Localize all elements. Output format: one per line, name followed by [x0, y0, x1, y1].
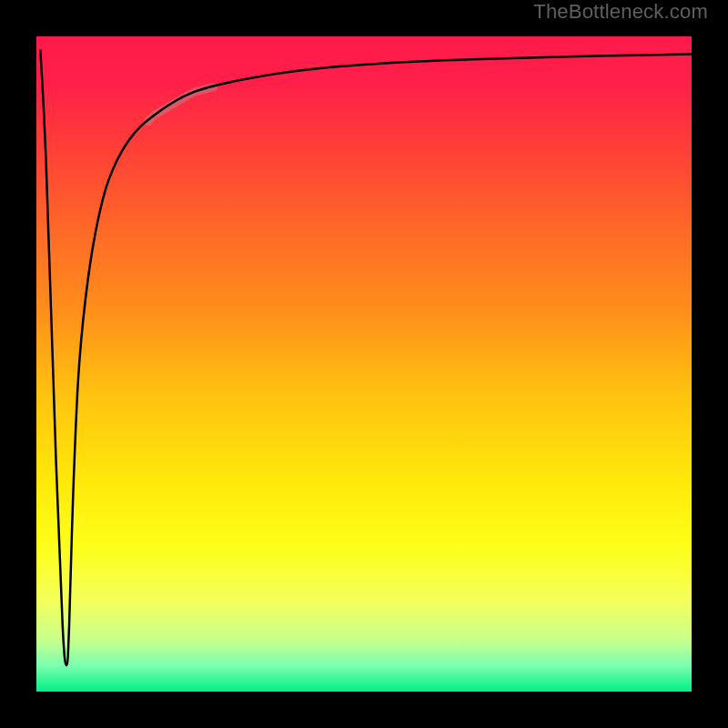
plot-frame	[18, 18, 710, 710]
curve-layer	[36, 36, 692, 692]
chart-stage: TheBottleneck.com	[0, 0, 728, 728]
bottleneck-curve	[40, 49, 692, 665]
highlight-segment	[147, 87, 213, 122]
plot-area	[36, 36, 692, 692]
